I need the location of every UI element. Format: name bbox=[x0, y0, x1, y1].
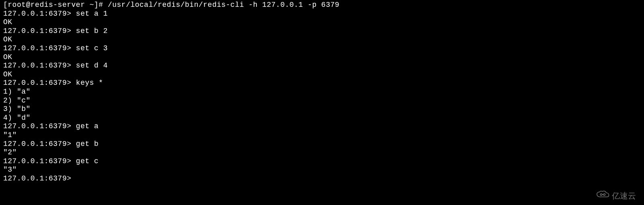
terminal-line: OK bbox=[3, 70, 641, 79]
terminal-line: OK bbox=[3, 18, 641, 27]
terminal-line: "2" bbox=[3, 148, 641, 157]
terminal-line: 127.0.0.1:6379> set c 3 bbox=[3, 44, 641, 53]
terminal-line: 127.0.0.1:6379> set d 4 bbox=[3, 62, 641, 70]
terminal-line: OK bbox=[3, 35, 641, 44]
terminal-line: 127.0.0.1:6379> set b 2 bbox=[3, 27, 641, 36]
terminal-line: "1" bbox=[3, 131, 641, 140]
cloud-icon bbox=[596, 190, 609, 201]
terminal-line: "3" bbox=[3, 166, 641, 174]
terminal-line: OK bbox=[3, 53, 641, 62]
terminal-output[interactable]: [root@redis-server ~]# /usr/local/redis/… bbox=[3, 1, 641, 183]
terminal-line: 127.0.0.1:6379> get a bbox=[3, 122, 641, 131]
svg-point-0 bbox=[600, 194, 602, 196]
watermark: 亿速云 bbox=[596, 190, 636, 201]
terminal-line: 4) "d" bbox=[3, 114, 641, 123]
terminal-line: 127.0.0.1:6379> get b bbox=[3, 140, 641, 149]
terminal-line: [root@redis-server ~]# /usr/local/redis/… bbox=[3, 1, 641, 10]
terminal-line: 127.0.0.1:6379> get c bbox=[3, 157, 641, 166]
terminal-line: 127.0.0.1:6379> bbox=[3, 174, 641, 183]
svg-point-1 bbox=[603, 194, 605, 196]
terminal-line: 2) "c" bbox=[3, 96, 641, 105]
terminal-line: 1) "a" bbox=[3, 88, 641, 96]
terminal-line: 127.0.0.1:6379> set a 1 bbox=[3, 10, 641, 18]
terminal-line: 127.0.0.1:6379> keys * bbox=[3, 79, 641, 88]
watermark-text: 亿速云 bbox=[612, 191, 636, 201]
terminal-line: 3) "b" bbox=[3, 105, 641, 114]
